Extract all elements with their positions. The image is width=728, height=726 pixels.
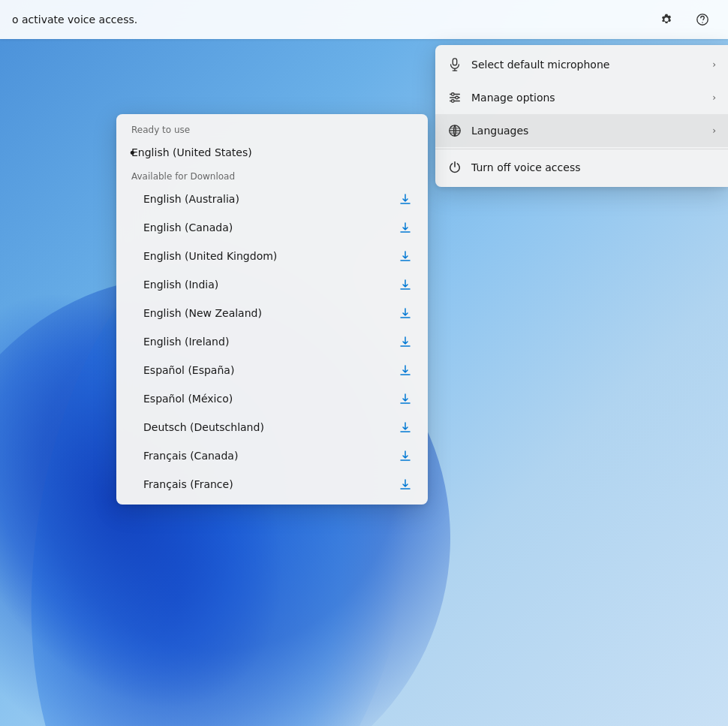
download-icon-english-in[interactable] [398,277,413,292]
help-icon [696,13,709,26]
download-icon-german-de[interactable] [398,420,413,435]
svg-rect-2 [453,59,456,65]
languages-submenu: Ready to use • English (United States) A… [116,114,428,505]
download-icon-english-ca[interactable] [398,220,413,235]
download-icon-french-ca[interactable] [398,448,413,463]
ready-section-label: Ready to use [116,120,428,138]
lang-item-french-fr[interactable]: Français (France) [116,470,428,499]
lang-item-english-us[interactable]: • English (United States) [116,138,428,167]
lang-item-french-ca[interactable]: Français (Canada) [116,441,428,470]
lang-name-spanish-mx: Español (México) [143,393,398,405]
toolbar-title: o activate voice access. [12,14,137,26]
download-icon-spanish-es[interactable] [398,363,413,378]
lang-name-french-fr: Français (France) [143,478,398,490]
lang-item-english-ca[interactable]: English (Canada) [116,213,428,242]
menu-item-microphone-label: Select default microphone [471,59,703,71]
svg-point-8 [456,96,459,99]
menu-item-languages-label: Languages [471,125,703,137]
lang-name-english-in: English (India) [143,279,398,291]
download-icon-english-ie[interactable] [398,334,413,349]
svg-point-6 [452,93,455,96]
main-dropdown-menu: Select default microphone › Manage optio… [435,45,728,187]
download-icon-english-uk[interactable] [398,249,413,264]
lang-item-english-nz[interactable]: English (New Zealand) [116,299,428,327]
selected-bullet-icon: • [128,145,137,161]
lang-item-english-uk[interactable]: English (United Kingdom) [116,242,428,270]
lang-name-english-uk: English (United Kingdom) [143,250,398,262]
lang-name-english-nz: English (New Zealand) [143,307,398,319]
lang-item-spanish-es[interactable]: Español (España) [116,356,428,384]
lang-item-english-in[interactable]: English (India) [116,270,428,299]
lang-name-english-ca: English (Canada) [143,221,398,233]
lang-name-english-au: English (Australia) [143,193,398,205]
menu-item-microphone[interactable]: Select default microphone › [435,48,728,81]
settings-button[interactable] [653,6,680,33]
menu-item-languages[interactable]: Languages › [435,114,728,147]
gear-icon [660,13,673,26]
download-icon-french-fr[interactable] [398,477,413,492]
menu-item-turnoff-label: Turn off voice access [471,161,716,173]
help-button[interactable] [689,6,716,33]
download-icon-spanish-mx[interactable] [398,391,413,406]
manage-chevron-icon: › [712,92,716,103]
svg-point-1 [702,22,702,23]
menu-item-manage-label: Manage options [471,92,703,104]
lang-name-french-ca: Français (Canada) [143,450,398,462]
menu-divider [435,149,728,149]
lang-name-english-ie: English (Ireland) [143,336,398,348]
lang-item-english-ie[interactable]: English (Ireland) [116,327,428,356]
microphone-chevron-icon: › [712,59,716,70]
microphone-icon [447,57,462,72]
lang-name-spanish-es: Español (España) [143,364,398,376]
download-section-label: Available for Download [116,167,428,185]
menu-item-turnoff[interactable]: Turn off voice access [435,151,728,184]
lang-item-english-au[interactable]: English (Australia) [116,185,428,213]
download-icon-english-au[interactable] [398,191,413,206]
toolbar-actions [653,6,716,33]
lang-item-german-de[interactable]: Deutsch (Deutschland) [116,413,428,441]
lang-name-english-us: English (United States) [131,146,413,158]
menu-item-manage[interactable]: Manage options › [435,81,728,114]
languages-chevron-icon: › [712,125,716,136]
download-icon-english-nz[interactable] [398,306,413,321]
svg-point-10 [452,100,455,103]
lang-name-german-de: Deutsch (Deutschland) [143,421,398,433]
lang-item-spanish-mx[interactable]: Español (México) [116,384,428,413]
languages-icon [447,123,462,138]
manage-icon [447,90,462,105]
voice-access-toolbar: o activate voice access. [0,0,728,39]
power-icon [447,160,462,175]
